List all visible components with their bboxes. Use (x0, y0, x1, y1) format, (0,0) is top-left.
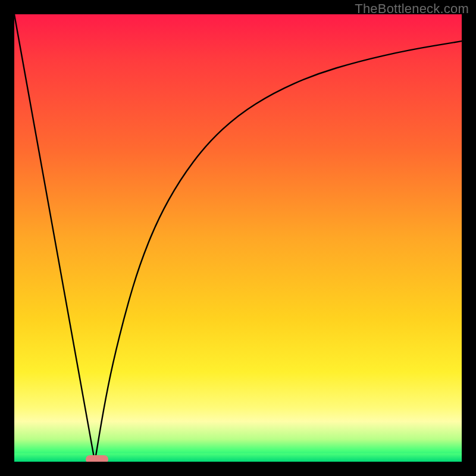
watermark-text: TheBottleneck.com (355, 1, 469, 17)
minimum-marker (86, 455, 108, 462)
bottleneck-curve (14, 14, 462, 462)
chart-frame: TheBottleneck.com (0, 0, 476, 476)
plot-area (14, 14, 462, 462)
